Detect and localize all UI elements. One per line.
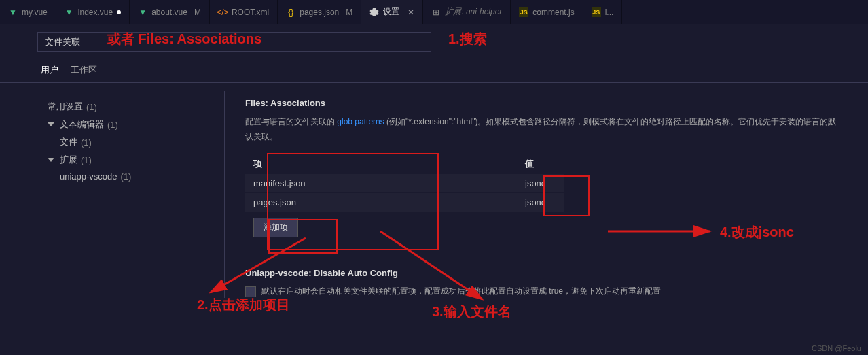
add-item-button[interactable]: 添加项 xyxy=(253,218,298,237)
scope-tab-user[interactable]: 用户 xyxy=(41,64,58,82)
tree-item-files[interactable]: 文件 (1) xyxy=(48,133,224,151)
tab-label: ROOT.xml xyxy=(232,7,269,17)
js-icon: JS xyxy=(519,7,528,17)
editor-tabs-bar: ▼ my.vue ▼ index.vue ▼ about.vue M </> R… xyxy=(0,0,868,24)
setting-files-associations-title: Files: Associations xyxy=(245,98,868,108)
tab-label: about.vue xyxy=(151,7,187,17)
table-cell-key: pages.json xyxy=(245,193,517,212)
setting-desc: 配置与语言的文件关联的 glob patterns (例如"*.extensio… xyxy=(245,115,843,144)
js-icon: JS xyxy=(592,7,601,17)
extension-icon: ⊞ xyxy=(431,7,441,17)
watermark: CSDN @Feolu xyxy=(812,344,861,352)
tab-label: index.vue xyxy=(78,7,113,17)
tree-count: (1) xyxy=(121,171,132,182)
tree-item-texteditor[interactable]: 文本编辑器 (1) xyxy=(48,116,224,133)
tree-label: 扩展 xyxy=(60,154,77,166)
json-icon: {} xyxy=(286,7,295,17)
annotation-text: 3.输入文件名 xyxy=(432,303,511,321)
tab-label: l... xyxy=(605,7,614,17)
tree-label: 常用设置 xyxy=(48,101,83,113)
glob-patterns-link[interactable]: glob patterns xyxy=(337,117,384,126)
tree-label: uniapp-vscode xyxy=(60,171,117,182)
tree-label: 文本编辑器 xyxy=(60,118,104,131)
tree-count: (1) xyxy=(81,155,92,165)
table-cell-key: manifest.json xyxy=(245,174,517,192)
vue-icon: ▼ xyxy=(65,7,74,17)
tab-aboutvue[interactable]: ▼ about.vue M xyxy=(130,0,210,24)
tab-myvue[interactable]: ▼ my.vue xyxy=(0,0,56,24)
setting-uniapp-title: Uniapp-vscode: Disable Auto Config xyxy=(245,268,868,278)
associations-table: 项 值 manifest.json jsonc pages.json jsonc… xyxy=(245,154,564,237)
tree-item-extensions[interactable]: 扩展 (1) xyxy=(48,151,224,169)
setting-uniapp-disable: Uniapp-vscode: Disable Auto Config 默认在启动… xyxy=(245,268,868,298)
gear-icon xyxy=(369,7,379,17)
scope-tab-workspace[interactable]: 工作区 xyxy=(71,64,97,82)
settings-search-row xyxy=(0,24,868,52)
modified-dot-icon xyxy=(117,10,121,14)
tab-rootxml[interactable]: </> ROOT.xml xyxy=(210,0,278,24)
table-row[interactable]: pages.json jsonc xyxy=(245,193,564,212)
annotation-text: 2.点击添加项目 xyxy=(197,296,290,314)
tab-indexvue[interactable]: ▼ index.vue xyxy=(56,0,130,24)
tree-count: (1) xyxy=(86,102,97,112)
settings-body: 常用设置 (1) 文本编辑器 (1) 文件 (1) 扩展 (1) uniapp-… xyxy=(0,91,868,298)
tab-label: 设置 xyxy=(383,6,399,18)
tab-extension[interactable]: ⊞ 扩展: uni-helper xyxy=(423,0,511,24)
tab-label: pages.json xyxy=(300,7,339,17)
vue-icon: ▼ xyxy=(138,7,147,17)
chevron-down-icon xyxy=(48,158,54,162)
settings-search-input[interactable] xyxy=(37,32,431,52)
tab-more[interactable]: JS l... xyxy=(583,0,623,24)
settings-tree: 常用设置 (1) 文本编辑器 (1) 文件 (1) 扩展 (1) uniapp-… xyxy=(0,91,224,298)
tab-label: comment.js xyxy=(532,7,574,17)
table-row[interactable]: manifest.json jsonc xyxy=(245,174,564,192)
scope-tabs: 用户 工作区 xyxy=(0,52,868,83)
tree-item-uniapp[interactable]: uniapp-vscode (1) xyxy=(48,169,224,184)
tab-pagesjson[interactable]: {} pages.json M xyxy=(278,0,361,24)
tab-commentjs[interactable]: JS comment.js xyxy=(511,0,583,24)
table-header-value: 值 xyxy=(517,154,564,174)
tree-count: (1) xyxy=(81,137,92,148)
tree-label: 文件 xyxy=(60,136,77,148)
settings-content: Files: Associations 配置与语言的文件关联的 glob pat… xyxy=(224,91,868,298)
modified-label: M xyxy=(194,7,201,17)
xml-icon: </> xyxy=(218,7,228,17)
tab-label: 扩展: uni-helper xyxy=(445,6,502,18)
checkbox-disable-auto[interactable] xyxy=(245,286,256,297)
tree-item-common[interactable]: 常用设置 (1) xyxy=(48,98,224,116)
close-icon[interactable]: ✕ xyxy=(408,7,414,17)
tab-settings[interactable]: 设置 ✕ xyxy=(361,0,423,24)
vue-icon: ▼ xyxy=(8,7,18,17)
table-cell-value: jsonc xyxy=(517,174,564,192)
tree-count: (1) xyxy=(107,120,118,130)
table-header-key: 项 xyxy=(245,154,517,174)
checkbox-desc: 默认在启动时会自动相关文件关联的配置项，配置成功后会将此配置自动设置成 true… xyxy=(261,285,661,298)
chevron-down-icon xyxy=(48,122,54,126)
modified-label: M xyxy=(346,7,352,17)
table-cell-value: jsonc xyxy=(517,193,564,212)
tab-label: my.vue xyxy=(22,7,48,17)
